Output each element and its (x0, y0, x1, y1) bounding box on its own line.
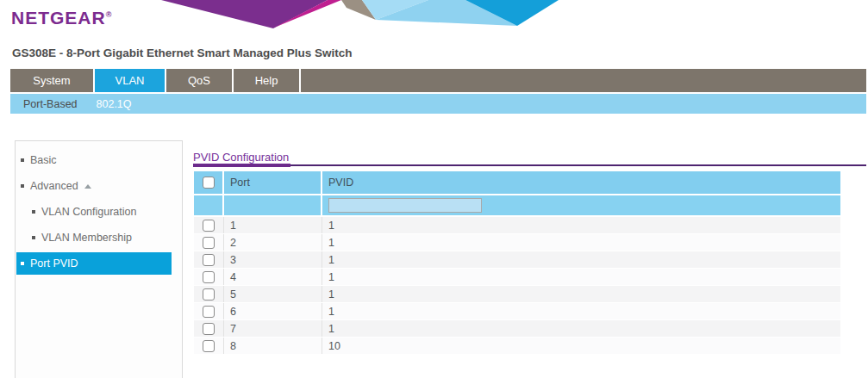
subnav-8021q[interactable]: 802.1Q (97, 98, 132, 110)
sidebar-item-label: Port PVID (30, 257, 78, 270)
pvid-cell: 1 (322, 251, 840, 268)
port-cell: 6 (224, 303, 322, 319)
sidebar-item-advanced[interactable]: Advanced (16, 173, 182, 199)
table-row: 3 1 (194, 251, 840, 269)
row-checkbox[interactable] (203, 323, 215, 335)
netgear-logo-text: NETGEAR (11, 8, 106, 28)
sidebar-item-label: Advanced (30, 180, 78, 192)
table-row: 5 1 (194, 286, 840, 303)
table-header-row: Port PVID (194, 171, 840, 194)
table-row: 8 10 (194, 338, 840, 355)
row-checkbox[interactable] (203, 288, 215, 301)
row-checkbox[interactable] (203, 306, 215, 318)
vlan-subnav: Port-Based 802.1Q (10, 94, 866, 114)
sidebar-item-label: VLAN Membership (41, 232, 132, 244)
pvid-cell: 10 (322, 338, 840, 354)
tab-qos[interactable]: QoS (166, 69, 234, 92)
pvid-table: Port PVID 1 1 2 1 3 1 4 1 5 1 6 1 7 1 (194, 171, 840, 355)
tab-system[interactable]: System (10, 69, 95, 92)
table-filter-row (194, 195, 840, 215)
sidebar: Basic Advanced VLAN Configuration VLAN M… (15, 140, 183, 378)
port-cell: 1 (224, 217, 322, 233)
port-cell: 8 (224, 338, 322, 354)
sidebar-item-vlan-membership[interactable]: VLAN Membership (16, 225, 182, 251)
table-row: 1 1 (194, 217, 840, 234)
pvid-cell: 1 (322, 217, 840, 233)
chevron-up-icon (84, 184, 91, 189)
tab-help[interactable]: Help (234, 69, 301, 92)
bullet-icon (32, 210, 35, 214)
row-checkbox[interactable] (203, 254, 215, 266)
pvid-cell: 1 (322, 269, 840, 285)
port-cell: 2 (224, 234, 322, 251)
table-row: 7 1 (194, 320, 840, 338)
sidebar-item-vlan-configuration[interactable]: VLAN Configuration (16, 199, 182, 225)
subnav-port-based[interactable]: Port-Based (23, 98, 78, 110)
column-header-pvid: PVID (322, 171, 840, 194)
table-row: 4 1 (194, 269, 840, 286)
column-header-port: Port (224, 171, 322, 194)
section-title: PVID Configuration (193, 151, 289, 164)
sidebar-item-basic[interactable]: Basic (16, 147, 182, 173)
row-checkbox[interactable] (203, 237, 215, 249)
pvid-filter-input[interactable] (328, 198, 482, 213)
bullet-icon (21, 158, 24, 162)
title-rule (193, 164, 866, 166)
pvid-cell: 1 (322, 303, 840, 319)
port-cell: 4 (224, 269, 322, 285)
table-row: 6 1 (194, 303, 840, 320)
registered-mark: ® (106, 10, 112, 19)
sidebar-item-label: VLAN Configuration (41, 206, 136, 218)
bullet-icon (32, 236, 35, 239)
title-rule-accent (193, 164, 290, 167)
bullet-icon (21, 184, 24, 188)
row-checkbox[interactable] (203, 271, 215, 283)
banner-graphic (0, 0, 868, 29)
port-cell: 3 (224, 251, 322, 268)
table-row: 2 1 (194, 234, 840, 251)
row-checkbox[interactable] (203, 220, 215, 232)
sidebar-item-port-pvid[interactable]: Port PVID (16, 252, 172, 275)
port-cell: 7 (224, 320, 322, 337)
tab-vlan[interactable]: VLAN (95, 69, 166, 92)
main-nav: System VLAN QoS Help (10, 69, 866, 92)
port-cell: 5 (224, 286, 322, 302)
pvid-cell: 1 (322, 286, 840, 302)
page-title: GS308E - 8-Port Gigabit Ethernet Smart M… (12, 46, 353, 59)
select-all-checkbox[interactable] (203, 177, 215, 189)
netgear-logo: NETGEAR® (11, 8, 111, 28)
pvid-cell: 1 (322, 234, 840, 251)
bullet-icon (21, 262, 24, 265)
row-checkbox[interactable] (203, 340, 215, 352)
pvid-cell: 1 (322, 320, 840, 337)
sidebar-item-label: Basic (30, 154, 57, 166)
